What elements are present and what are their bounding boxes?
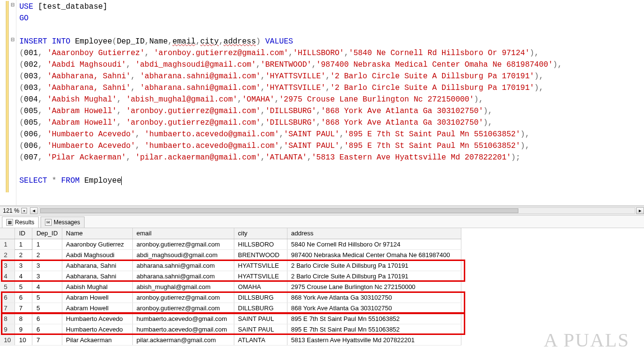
cell-address[interactable]: 895 E 7th St Saint Paul Mn 551063852 <box>287 324 461 334</box>
cell-id[interactable]: 1 <box>15 239 32 249</box>
column-header[interactable]: Dep_ID <box>32 228 62 239</box>
cell-city[interactable]: SAINT PAUL <box>234 313 287 324</box>
cell-email[interactable]: humbaerto.acevedo@gmail.com <box>132 324 234 334</box>
table-row[interactable]: 443Aabharana, Sahniabharana.sahni@gmail.… <box>0 271 461 281</box>
fold-toggle-icon[interactable]: ⊟ <box>11 37 14 42</box>
cell-depid[interactable]: 5 <box>32 292 62 303</box>
sql-editor-pane: ⊟ ⊟ USE [test_database] GO INSERT INTO E… <box>0 0 644 206</box>
cell-email[interactable]: abdi_maghsoudi@gmail.com <box>132 249 234 260</box>
cell-address[interactable]: 5840 Ne Cornell Rd Hillsboro Or 97124 <box>287 239 461 249</box>
cell-city[interactable]: DILLSBURG <box>234 292 287 303</box>
cell-name[interactable]: Humbaerto Acevedo <box>62 313 132 324</box>
cell-depid[interactable]: 6 <box>32 324 62 334</box>
cell-name[interactable]: Aabram Howell <box>62 303 132 313</box>
cell-address[interactable]: 868 York Ave Atlanta Ga 303102750 <box>287 303 461 313</box>
cell-name[interactable]: Humbaerto Acevedo <box>62 324 132 334</box>
scroll-right-button[interactable]: ► <box>636 207 644 214</box>
cell-id[interactable]: 10 <box>15 334 32 345</box>
cell-city[interactable]: SAINT PAUL <box>234 324 287 334</box>
cell-city[interactable]: HYATTSVILLE <box>234 271 287 281</box>
row-number[interactable]: 1 <box>0 239 15 249</box>
row-number[interactable]: 7 <box>0 303 15 313</box>
row-number[interactable]: 2 <box>0 249 15 260</box>
column-header[interactable] <box>0 228 15 239</box>
scrollbar-thumb[interactable] <box>40 208 518 213</box>
cell-id[interactable]: 8 <box>15 313 32 324</box>
column-header[interactable]: city <box>234 228 287 239</box>
row-number[interactable]: 10 <box>0 334 15 345</box>
table-row[interactable]: 996Humbaerto Acevedohumbaerto.acevedo@gm… <box>0 324 461 334</box>
row-number[interactable]: 3 <box>0 260 15 271</box>
table-row[interactable]: 554Aabish Mughalabish_mughal@gmail.comOM… <box>0 281 461 292</box>
zoom-dropdown-button[interactable]: ▾ <box>21 208 27 214</box>
table-row[interactable]: 775Aabram Howellaronboy.gutierrez@gmail.… <box>0 303 461 313</box>
table-row[interactable]: 222Aabdi Maghsoudiabdi_maghsoudi@gmail.c… <box>0 249 461 260</box>
cell-address[interactable]: 895 E 7th St Saint Paul Mn 551063852 <box>287 313 461 324</box>
cell-email[interactable]: aronboy.gutierrez@gmail.com <box>132 239 234 249</box>
cell-name[interactable]: Aabish Mughal <box>62 281 132 292</box>
cell-email[interactable]: humbaerto.acevedo@gmail.com <box>132 313 234 324</box>
cell-address[interactable]: 2 Barlo Circle Suite A Dillsburg Pa 1701… <box>287 260 461 271</box>
cell-depid[interactable]: 4 <box>32 281 62 292</box>
cell-depid[interactable]: 5 <box>32 303 62 313</box>
cell-email[interactable]: abharana.sahni@gmail.com <box>132 260 234 271</box>
cell-address[interactable]: 2 Barlo Circle Suite A Dillsburg Pa 1701… <box>287 271 461 281</box>
cell-city[interactable]: HYATTSVILLE <box>234 260 287 271</box>
cell-name[interactable]: Aabdi Maghsoudi <box>62 249 132 260</box>
sql-code-area[interactable]: USE [test_database] GO INSERT INTO Emplo… <box>16 0 644 205</box>
cell-city[interactable]: DILLSBURG <box>234 303 287 313</box>
results-grid[interactable]: IDDep_IDNameemailcityaddress111Aaaronboy… <box>0 228 461 346</box>
column-header[interactable]: address <box>287 228 461 239</box>
cell-address[interactable]: 868 York Ave Atlanta Ga 303102750 <box>287 292 461 303</box>
cell-name[interactable]: Pilar Ackaerman <box>62 334 132 345</box>
row-number[interactable]: 6 <box>0 292 15 303</box>
tab-messages[interactable]: ✉ Messages <box>41 217 85 228</box>
row-number[interactable]: 4 <box>0 271 15 281</box>
table-row[interactable]: 665Aabram Howellaronboy.gutierrez@gmail.… <box>0 292 461 303</box>
cell-city[interactable]: ATLANTA <box>234 334 287 345</box>
cell-name[interactable]: Aabram Howell <box>62 292 132 303</box>
cell-id[interactable]: 2 <box>15 249 32 260</box>
cell-email[interactable]: abish_mughal@gmail.com <box>132 281 234 292</box>
table-row[interactable]: 886Humbaerto Acevedohumbaerto.acevedo@gm… <box>0 313 461 324</box>
table-row[interactable]: 10107Pilar Ackaermanpilar.ackaerman@gmai… <box>0 334 461 345</box>
cell-city[interactable]: OMAHA <box>234 281 287 292</box>
cell-depid[interactable]: 3 <box>32 271 62 281</box>
cell-email[interactable]: aronboy.gutierrez@gmail.com <box>132 292 234 303</box>
cell-email[interactable]: aronboy.gutierrez@gmail.com <box>132 303 234 313</box>
cell-email[interactable]: abharana.sahni@gmail.com <box>132 271 234 281</box>
cell-id[interactable]: 3 <box>15 260 32 271</box>
cell-depid[interactable]: 3 <box>32 260 62 271</box>
cell-city[interactable]: BRENTWOOD <box>234 249 287 260</box>
table-row[interactable]: 333Aabharana, Sahniabharana.sahni@gmail.… <box>0 260 461 271</box>
cell-id[interactable]: 5 <box>15 281 32 292</box>
row-number[interactable]: 8 <box>0 313 15 324</box>
horizontal-scrollbar[interactable] <box>39 207 635 214</box>
row-number[interactable]: 9 <box>0 324 15 334</box>
table-row[interactable]: 111Aaaronboy Gutierrezaronboy.gutierrez@… <box>0 239 461 249</box>
cell-address[interactable]: 987400 Nebraska Medical Center Omaha Ne … <box>287 249 461 260</box>
cell-email[interactable]: pilar.ackaerman@gmail.com <box>132 334 234 345</box>
cell-id[interactable]: 9 <box>15 324 32 334</box>
cell-depid[interactable]: 2 <box>32 249 62 260</box>
column-header[interactable]: ID <box>15 228 32 239</box>
fold-toggle-icon[interactable]: ⊟ <box>11 2 14 7</box>
column-header[interactable]: Name <box>62 228 132 239</box>
scroll-left-button[interactable]: ◄ <box>30 207 38 214</box>
cell-address[interactable]: 5813 Eastern Ave Hyattsville Md 20782220… <box>287 334 461 345</box>
cell-depid[interactable]: 1 <box>32 239 62 249</box>
cell-name[interactable]: Aabharana, Sahni <box>62 260 132 271</box>
cell-name[interactable]: Aaaronboy Gutierrez <box>62 239 132 249</box>
messages-icon: ✉ <box>45 219 52 226</box>
cell-id[interactable]: 4 <box>15 271 32 281</box>
cell-depid[interactable]: 7 <box>32 334 62 345</box>
cell-city[interactable]: HILLSBORO <box>234 239 287 249</box>
tab-results[interactable]: ▦ Results <box>2 217 39 228</box>
cell-depid[interactable]: 6 <box>32 313 62 324</box>
cell-id[interactable]: 6 <box>15 292 32 303</box>
row-number[interactable]: 5 <box>0 281 15 292</box>
cell-id[interactable]: 7 <box>15 303 32 313</box>
cell-address[interactable]: 2975 Crouse Lane Burlington Nc 272150000 <box>287 281 461 292</box>
column-header[interactable]: email <box>132 228 234 239</box>
cell-name[interactable]: Aabharana, Sahni <box>62 271 132 281</box>
